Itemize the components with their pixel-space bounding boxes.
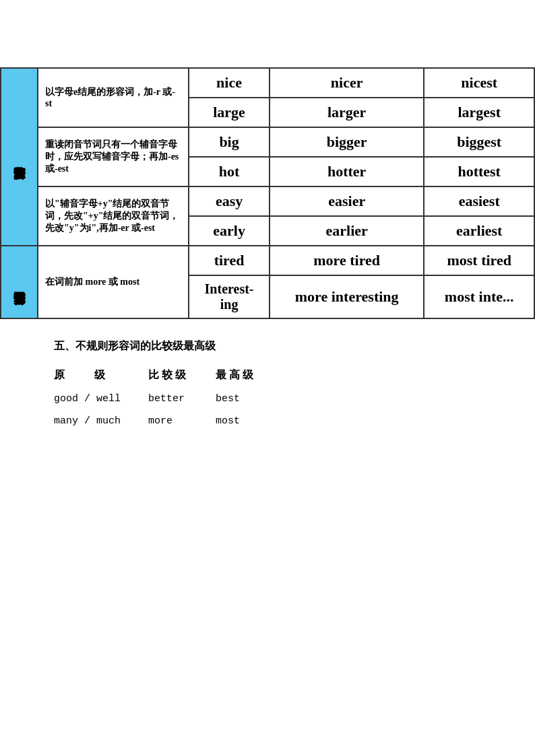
rule-double-consonant: 重读闭音节词只有一个辅音字母时，应先双写辅音字母；再加-es 或-est	[38, 127, 189, 186]
irr-header-comparative: 比较级	[148, 364, 202, 388]
table-row: 和少数多音节词 以字母e结尾的形容词，加-r 或-st nice nicer n…	[1, 68, 534, 98]
word-easy: easy	[189, 186, 270, 216]
word-larger: larger	[270, 98, 424, 127]
irregular-row-many: many / much more most	[54, 410, 535, 432]
word-bigger: bigger	[270, 127, 424, 157]
word-hottest: hottest	[424, 157, 534, 186]
word-hotter: hotter	[270, 157, 424, 186]
word-tired: tired	[189, 246, 270, 275]
word-hot: hot	[189, 157, 270, 186]
irr-header-superlative: 最高级	[216, 364, 256, 388]
word-earlier: earlier	[270, 216, 424, 246]
irregular-table: 原 级 比较级 最高级 good / well better best many…	[54, 364, 535, 432]
word-nicest: nicest	[424, 68, 534, 98]
table-row: 重读闭音节词只有一个辅音字母时，应先双写辅音字母；再加-es 或-est big…	[1, 127, 534, 157]
category-shao-duo: 和少数多音节词	[1, 68, 38, 246]
irr-many-comparative: more	[148, 410, 202, 432]
irr-many-base: many / much	[54, 410, 135, 432]
word-easiest: easiest	[424, 186, 534, 216]
word-most-interesting: most inte...	[424, 275, 534, 318]
word-nicer: nicer	[270, 68, 424, 98]
word-nice: nice	[189, 68, 270, 98]
word-largest: largest	[424, 98, 534, 127]
word-most-tired: most tired	[424, 246, 534, 275]
category-duo-yin: 多音节词和部分双音节词	[1, 246, 38, 318]
word-early: early	[189, 216, 270, 246]
table-row: 多音节词和部分双音节词 在词前加 more 或 most tired more …	[1, 246, 534, 275]
irregular-row-good: good / well better best	[54, 388, 535, 410]
irr-header-base: 原 级	[54, 364, 135, 388]
word-biggest: biggest	[424, 127, 534, 157]
main-grammar-table: 和少数多音节词 以字母e结尾的形容词，加-r 或-st nice nicer n…	[0, 67, 535, 319]
irregular-section-title: 五、不规则形容词的比较级最高级	[54, 333, 535, 357]
irr-good-superlative: best	[216, 388, 256, 410]
table-row: 以"辅音字母+y"结尾的双音节词，先改"+y"结尾的双音节词，先改"y"为i",…	[1, 186, 534, 216]
irregular-header-row: 原 级 比较级 最高级	[54, 364, 535, 388]
word-large: large	[189, 98, 270, 127]
word-more-interesting: more interesting	[270, 275, 424, 318]
irr-good-base: good / well	[54, 388, 135, 410]
word-more-tired: more tired	[270, 246, 424, 275]
word-easier: easier	[270, 186, 424, 216]
rule-e-ending: 以字母e结尾的形容词，加-r 或-st	[38, 68, 189, 127]
irr-many-superlative: most	[216, 410, 256, 432]
word-earliest: earliest	[424, 216, 534, 246]
word-interesting: Interest-ing	[189, 275, 270, 318]
irr-good-comparative: better	[148, 388, 202, 410]
word-big: big	[189, 127, 270, 157]
rule-more-most: 在词前加 more 或 most	[38, 246, 189, 318]
rule-y-to-i: 以"辅音字母+y"结尾的双音节词，先改"+y"结尾的双音节词，先改"y"为i",…	[38, 186, 189, 246]
